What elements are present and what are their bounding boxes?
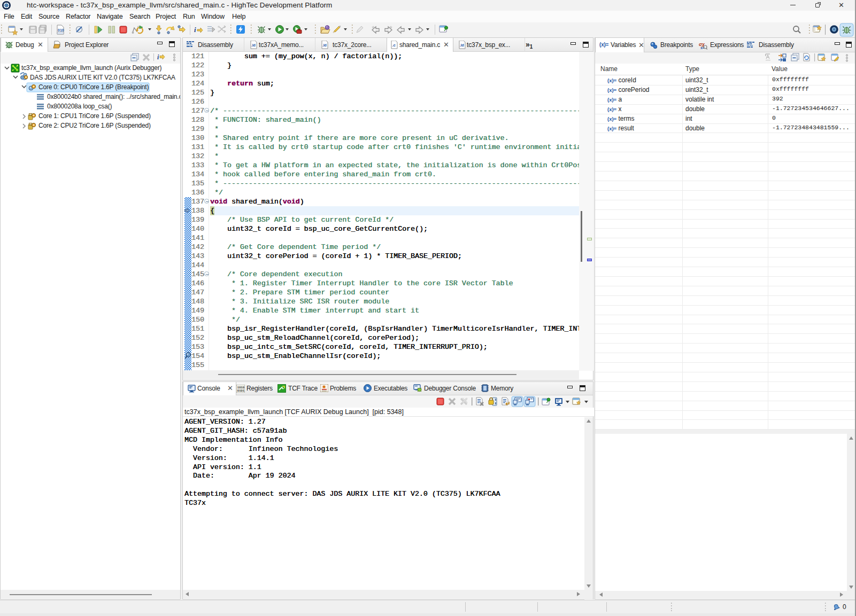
svg-text:0101: 0101 — [237, 389, 245, 393]
svg-text:i: i — [157, 53, 159, 61]
svg-text:.ld: .ld — [322, 43, 327, 47]
svg-text:i: i — [194, 26, 196, 34]
svg-text:.ld: .ld — [460, 43, 464, 47]
svg-text:.c: .c — [392, 43, 396, 48]
svg-text:.ld: .ld — [251, 43, 256, 47]
svg-text:010: 010 — [58, 28, 64, 32]
